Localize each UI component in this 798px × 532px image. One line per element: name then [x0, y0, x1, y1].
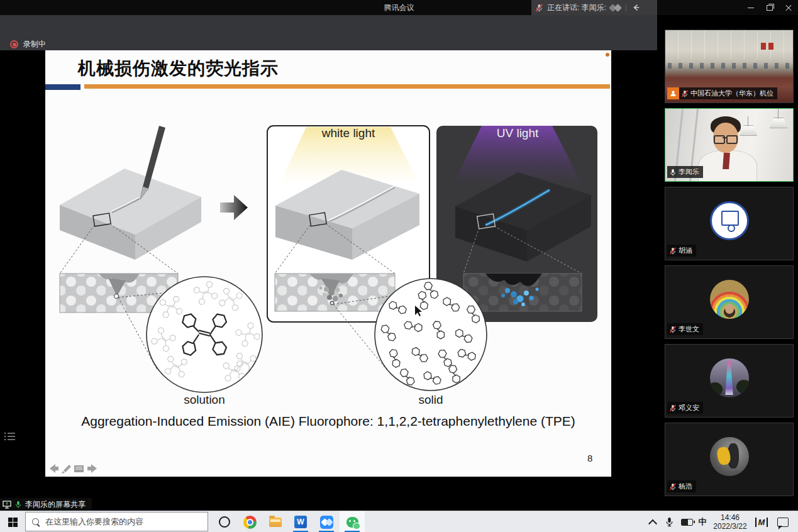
- wechat-button[interactable]: [340, 511, 365, 532]
- avatar: [710, 358, 749, 397]
- window-controls: [741, 0, 798, 15]
- avatar: [710, 437, 749, 476]
- block-damaged: [60, 126, 201, 260]
- action-center-button[interactable]: [773, 511, 792, 532]
- chrome-button[interactable]: [237, 511, 262, 532]
- participant-name: 中国石油大学（华东）机位: [690, 89, 773, 98]
- record-icon: [10, 40, 18, 48]
- close-button[interactable]: [779, 0, 798, 15]
- screen-share-area: 机械损伤激发的荧光指示: [0, 50, 657, 477]
- clock-date: 2022/3/22: [713, 522, 746, 531]
- ime-label: 中: [699, 516, 707, 528]
- tray-mic-button[interactable]: [662, 511, 677, 532]
- battery-button[interactable]: [678, 511, 695, 532]
- solution-circle: [147, 277, 262, 392]
- cortana-button[interactable]: [212, 511, 237, 532]
- participant-tile-speaker[interactable]: 李闻乐: [665, 108, 794, 182]
- svg-text:white light: white light: [321, 126, 375, 140]
- participant-tile-camera[interactable]: 中国石油大学（华东）机位: [665, 30, 794, 103]
- slide-diagram: white light: [45, 107, 611, 409]
- mic-muted-icon: [669, 404, 677, 412]
- mic-on-icon: [669, 169, 677, 176]
- solid-label: solid: [418, 393, 443, 406]
- return-arrow-icon[interactable]: [631, 3, 640, 12]
- chrome-icon: [243, 516, 257, 529]
- screen-share-banner: 李闻乐的屏幕共享: [0, 498, 92, 511]
- participant-name: 李世文: [679, 324, 699, 334]
- prev-slide-button[interactable]: [50, 464, 58, 473]
- battery-icon: [681, 519, 693, 526]
- clock-time: 14:46: [713, 513, 746, 522]
- slide-title: 机械损伤激发的荧光指示: [78, 57, 279, 80]
- participants-sidebar: 中国石油大学（华东）机位: [657, 15, 798, 511]
- file-explorer-button[interactable]: [263, 511, 288, 532]
- ime-indicator[interactable]: 中: [695, 511, 709, 532]
- start-button[interactable]: [0, 511, 25, 532]
- window-title: 腾讯会议: [0, 0, 798, 15]
- mic-icon: [665, 517, 673, 527]
- participant-name: 邓义安: [679, 403, 699, 413]
- meeting-app-button[interactable]: [314, 511, 339, 532]
- window-titlebar: 腾讯会议 正在讲话: 李闻乐:: [0, 0, 798, 15]
- cross-section-uv: [463, 274, 582, 311]
- svg-text:UV light: UV light: [497, 126, 539, 140]
- person-badge-icon: [667, 87, 679, 99]
- avatar: [710, 201, 749, 240]
- notification-dot: [606, 53, 609, 57]
- slide-menu-button[interactable]: [74, 465, 84, 472]
- mic-muted-icon: [681, 90, 689, 97]
- recording-label: 录制中: [23, 39, 46, 50]
- participant-name: 胡涵: [679, 246, 692, 255]
- cortana-icon: [219, 516, 230, 528]
- participant-name: 李闻乐: [679, 167, 699, 177]
- mic-muted-icon: [535, 4, 543, 12]
- search-icon: [32, 518, 39, 525]
- presentation-slide: 机械损伤激发的荧光指示: [45, 50, 611, 477]
- word-icon: W: [294, 516, 307, 528]
- windows-logo-icon: [8, 518, 18, 527]
- word-button[interactable]: W: [288, 511, 313, 532]
- title-rule-blue: [45, 84, 80, 90]
- avatar: [710, 280, 749, 319]
- search-input[interactable]: [44, 516, 201, 527]
- meeting-logo-icon: [614, 4, 622, 12]
- next-slide-button[interactable]: [87, 464, 97, 473]
- speaking-indicator: 正在讲话: 李闻乐:: [531, 0, 657, 15]
- action-center-icon: [777, 518, 789, 527]
- screen-share-icon: [3, 501, 11, 509]
- solid-circle: [375, 279, 487, 391]
- participant-tile[interactable]: 杨浩: [665, 423, 794, 496]
- restore-button[interactable]: [760, 0, 779, 15]
- taskbar-search[interactable]: [25, 512, 208, 531]
- mic-muted-icon: [669, 247, 677, 255]
- list-icon[interactable]: [4, 431, 16, 441]
- participant-tile[interactable]: 胡涵: [665, 187, 794, 260]
- pen-tool-button[interactable]: [62, 465, 71, 474]
- desktop: 腾讯会议 正在讲话: 李闻乐: 录制中: [0, 0, 798, 532]
- meeting-app-icon: [320, 516, 333, 529]
- m-logo-icon: M: [755, 518, 768, 527]
- slide-page-number: 8: [587, 453, 592, 463]
- whiteboard-app-button[interactable]: M: [752, 511, 771, 532]
- solution-label: solution: [184, 393, 225, 406]
- mic-on-icon: [14, 501, 22, 509]
- presenter-nav: [48, 462, 101, 475]
- hidden-icons-button[interactable]: [645, 511, 660, 532]
- wechat-icon: [346, 517, 358, 528]
- folder-icon: [269, 518, 282, 527]
- minimize-button[interactable]: [741, 0, 760, 15]
- mic-muted-icon: [669, 483, 677, 490]
- participant-tile[interactable]: 邓义安: [665, 344, 794, 418]
- participant-name: 杨浩: [679, 482, 692, 491]
- taskbar: W 中 14:46 2022/3/22 M: [0, 511, 798, 532]
- slide-caption: Aggregation-Induced Emission (AIE) Fluor…: [58, 414, 599, 429]
- chevron-up-icon: [648, 519, 657, 528]
- clock[interactable]: 14:46 2022/3/22: [709, 511, 751, 532]
- mic-muted-icon: [669, 326, 677, 333]
- participant-tile[interactable]: 李世文: [665, 265, 794, 339]
- title-rule-orange: [84, 84, 610, 89]
- share-banner-text: 李闻乐的屏幕共享: [25, 499, 86, 510]
- meeting-toolbar: 录制中: [0, 15, 657, 50]
- recording-indicator: 录制中: [10, 39, 46, 50]
- divider: [626, 4, 626, 11]
